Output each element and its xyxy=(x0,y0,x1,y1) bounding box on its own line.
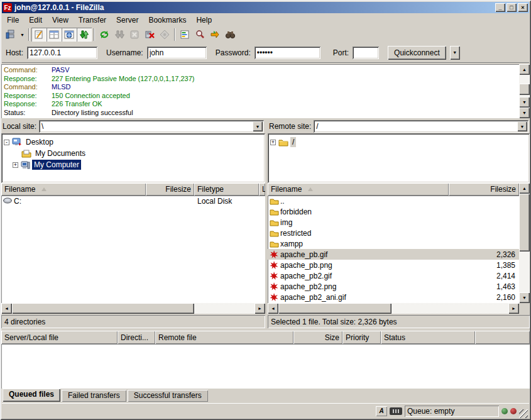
scroll-up-icon[interactable]: ▲ xyxy=(519,64,530,75)
column-header-server-local-file[interactable]: Server/Local file xyxy=(1,331,118,344)
chevron-down-icon[interactable]: ▼ xyxy=(517,121,527,131)
column-header-filetype[interactable]: Filetype xyxy=(194,183,259,196)
column-header-direction[interactable]: Directi... xyxy=(118,331,155,344)
log-vertical-scrollbar[interactable]: ▲ ▼ ▼ xyxy=(519,64,530,118)
column-header-status[interactable]: Status xyxy=(381,331,475,344)
local-site-combobox[interactable]: \ ▼ xyxy=(39,120,264,133)
toggle-remote-tree-button[interactable] xyxy=(62,28,77,41)
remote-file-row[interactable]: xampp xyxy=(268,238,519,249)
column-header-filename[interactable]: Filename xyxy=(1,183,146,196)
apache-file-icon xyxy=(270,272,278,280)
tab-failed-transfers[interactable]: Failed transfers xyxy=(62,390,126,402)
remote-file-row[interactable]: .. xyxy=(268,196,519,206)
scroll-left-icon[interactable]: ◄ xyxy=(268,303,278,314)
synchronized-browsing-button[interactable] xyxy=(207,28,222,41)
directory-compare-button[interactable] xyxy=(192,28,207,41)
message-log: Command:PASV Response:227 Entering Passi… xyxy=(1,64,530,118)
remote-file-row[interactable]: forbidden xyxy=(268,206,519,217)
tab-queued-files[interactable]: Queued files xyxy=(3,389,60,402)
menu-server[interactable]: Server xyxy=(111,14,143,26)
remote-file-row[interactable]: restricted xyxy=(268,228,519,238)
menu-view[interactable]: View xyxy=(47,14,74,26)
minimize-button[interactable]: _ xyxy=(495,3,505,12)
column-header-filesize[interactable]: Filesize xyxy=(146,183,194,196)
resize-grip[interactable] xyxy=(519,409,528,418)
remote-site-combobox[interactable]: / ▼ xyxy=(314,120,528,133)
menu-transfer[interactable]: Transfer xyxy=(74,14,111,26)
local-tree: - Desktop My Documents + My Computer xyxy=(1,133,265,183)
tree-item-label: Desktop xyxy=(24,137,55,147)
tab-successful-transfers[interactable]: Successful transfers xyxy=(128,390,208,402)
remote-file-row[interactable]: apache_pb.png1,385 xyxy=(268,260,519,270)
column-header-filename[interactable]: Filename xyxy=(268,183,449,196)
disconnect-button[interactable] xyxy=(142,28,157,41)
local-file-row[interactable]: C: Local Disk xyxy=(1,196,265,206)
scroll-up-icon[interactable]: ▲ xyxy=(519,183,530,194)
expand-icon[interactable]: + xyxy=(13,162,18,168)
collapse-icon[interactable]: - xyxy=(4,140,9,145)
tree-item-my-documents[interactable]: My Documents xyxy=(4,148,263,159)
chevron-down-icon[interactable]: ▼ xyxy=(253,121,263,131)
host-input[interactable] xyxy=(27,47,97,59)
toggle-local-tree-button[interactable] xyxy=(47,28,62,41)
remote-file-row[interactable]: apache_pb2.gif2,414 xyxy=(268,270,519,281)
toggle-message-log-button[interactable] xyxy=(31,28,47,41)
column-header-filesize[interactable]: Filesize xyxy=(449,183,519,196)
quickconnect-dropdown[interactable]: ▼ xyxy=(450,46,460,60)
menu-edit[interactable]: Edit xyxy=(24,14,47,26)
remote-list-header: Filename Filesize xyxy=(268,183,519,196)
maximize-button[interactable]: □ xyxy=(506,3,517,12)
remote-file-row[interactable]: img xyxy=(268,217,519,228)
port-input[interactable] xyxy=(353,47,379,59)
quickconnect-button[interactable]: Quickconnect xyxy=(388,46,446,60)
cancel-button[interactable] xyxy=(127,28,142,41)
menu-file[interactable]: File xyxy=(2,14,24,26)
scroll-down-icon[interactable]: ▼ xyxy=(519,108,530,118)
local-horizontal-scrollbar[interactable]: ◄ ► xyxy=(1,303,265,314)
site-manager-dropdown[interactable]: ▼ xyxy=(18,28,26,41)
scroll-down-icon[interactable]: ▼ xyxy=(519,97,530,108)
find-files-button[interactable] xyxy=(222,28,238,41)
speed-limit-icon[interactable] xyxy=(390,407,402,415)
scroll-down-icon[interactable]: ▼ xyxy=(519,292,530,303)
data-type-ascii-icon[interactable]: A xyxy=(376,406,387,416)
folder-icon xyxy=(270,197,279,205)
column-header-remote-file[interactable]: Remote file xyxy=(155,331,293,344)
scroll-left-icon[interactable]: ◄ xyxy=(1,303,12,314)
column-header-priority[interactable]: Priority xyxy=(342,331,381,344)
log-scroll-thumb[interactable] xyxy=(519,84,530,95)
file-name: apache_pb.gif xyxy=(280,250,456,259)
tree-item-my-computer[interactable]: + My Computer xyxy=(4,159,263,170)
scroll-right-icon[interactable]: ► xyxy=(508,303,519,314)
site-manager-button[interactable] xyxy=(3,28,18,41)
remote-file-row[interactable]: apache_pb2_ani.gif2,160 xyxy=(268,292,519,302)
tree-item-desktop[interactable]: - Desktop xyxy=(4,136,263,148)
log-text: 227 Entering Passive Mode (127,0,0,1,17,… xyxy=(52,75,194,82)
password-input[interactable] xyxy=(255,47,320,59)
menu-help[interactable]: Help xyxy=(191,14,217,26)
toggle-queue-button[interactable] xyxy=(77,28,92,41)
expand-icon[interactable]: + xyxy=(270,140,276,145)
remote-file-row-selected[interactable]: apache_pb.gif2,326 xyxy=(268,249,519,260)
username-input[interactable] xyxy=(147,47,207,59)
reconnect-button[interactable] xyxy=(157,28,172,41)
tree-item-root[interactable]: + / xyxy=(270,136,527,148)
close-button[interactable]: × xyxy=(518,3,528,12)
remote-horizontal-scrollbar[interactable]: ◄ ► xyxy=(268,303,519,314)
remote-file-row[interactable]: apache_pb2.png1,463 xyxy=(268,281,519,292)
disconnect-icon xyxy=(145,30,155,40)
column-header-size[interactable]: Size xyxy=(293,331,342,344)
scroll-right-icon[interactable]: ► xyxy=(255,303,265,314)
file-type: Local Disk xyxy=(194,197,232,206)
refresh-button[interactable] xyxy=(97,28,112,41)
remote-scroll-thumb[interactable] xyxy=(519,194,530,251)
transfer-queue-list[interactable] xyxy=(1,344,530,389)
menu-bookmarks[interactable]: Bookmarks xyxy=(143,14,191,26)
directory-filter-button[interactable] xyxy=(177,28,192,41)
remote-scroll-thumb-h[interactable] xyxy=(278,303,391,314)
local-scroll-thumb[interactable] xyxy=(12,303,194,314)
remote-vertical-scrollbar[interactable]: ▲ ▼ xyxy=(519,183,530,303)
file-name: img xyxy=(280,218,456,227)
column-header-lastmodified[interactable]: L xyxy=(259,183,265,196)
process-queue-button[interactable] xyxy=(112,28,127,41)
